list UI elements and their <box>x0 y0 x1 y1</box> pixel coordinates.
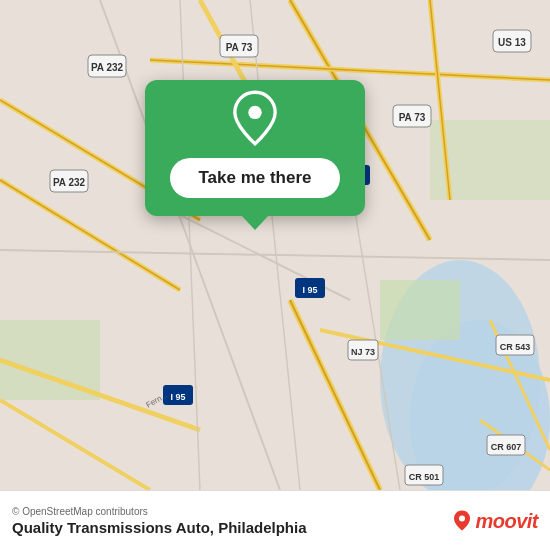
svg-text:CR 607: CR 607 <box>491 442 522 452</box>
svg-text:PA 73: PA 73 <box>399 112 426 123</box>
svg-text:CR 543: CR 543 <box>500 342 531 352</box>
svg-point-59 <box>248 106 261 119</box>
svg-text:PA 232: PA 232 <box>53 177 86 188</box>
bottom-bar: © OpenStreetMap contributors Quality Tra… <box>0 490 550 550</box>
svg-text:NJ 73: NJ 73 <box>351 347 375 357</box>
map-container: PA 232 PA 73 US 13 PA 73 I 95 US 1 PA 23… <box>0 0 550 490</box>
svg-text:I 95: I 95 <box>302 285 317 295</box>
svg-text:US 13: US 13 <box>498 37 526 48</box>
moovit-pin-icon <box>453 510 471 532</box>
svg-text:PA 232: PA 232 <box>91 62 124 73</box>
map-pin-icon <box>232 90 278 146</box>
take-me-there-button[interactable]: Take me there <box>170 158 339 198</box>
moovit-text: moovit <box>475 509 538 532</box>
svg-point-60 <box>459 516 465 522</box>
svg-rect-3 <box>380 280 460 340</box>
svg-text:I 95: I 95 <box>170 392 185 402</box>
svg-text:PA 73: PA 73 <box>226 42 253 53</box>
moovit-logo: moovit <box>453 509 538 532</box>
map-background: PA 232 PA 73 US 13 PA 73 I 95 US 1 PA 23… <box>0 0 550 490</box>
svg-text:CR 501: CR 501 <box>409 472 440 482</box>
location-popup[interactable]: Take me there <box>145 80 365 216</box>
